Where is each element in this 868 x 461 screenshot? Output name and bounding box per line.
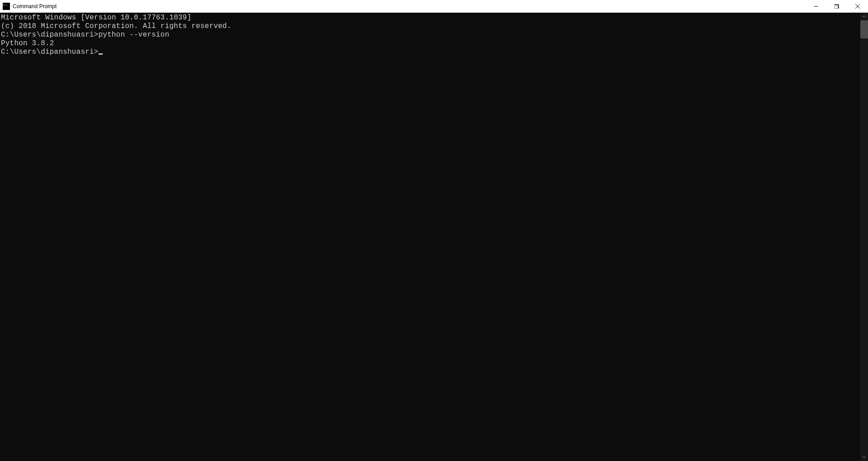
terminal-line: C:\Users\dipanshuasri>python --version <box>1 31 860 39</box>
chevron-up-icon <box>862 14 866 19</box>
svg-rect-3 <box>835 5 838 9</box>
scroll-down-button[interactable] <box>860 453 868 461</box>
terminal-line: Microsoft Windows [Version 10.0.17763.10… <box>1 14 860 22</box>
terminal-line: (c) 2018 Microsoft Corporation. All righ… <box>1 22 860 31</box>
prompt-path: C:\Users\dipanshuasri> <box>1 31 99 39</box>
scroll-up-button[interactable] <box>860 13 868 20</box>
minimize-icon <box>814 4 818 9</box>
prompt-path: C:\Users\dipanshuasri> <box>1 48 99 56</box>
cursor-icon <box>99 53 103 55</box>
command-text: python --version <box>99 31 170 39</box>
terminal-line: C:\Users\dipanshuasri> <box>1 48 860 56</box>
chevron-down-icon <box>862 455 866 459</box>
terminal-content[interactable]: Microsoft Windows [Version 10.0.17763.10… <box>0 13 860 461</box>
maximize-icon <box>835 4 839 9</box>
minimize-button[interactable] <box>806 0 826 13</box>
close-button[interactable] <box>847 0 868 13</box>
terminal-area[interactable]: Microsoft Windows [Version 10.0.17763.10… <box>0 13 868 461</box>
cmd-icon <box>3 3 10 10</box>
scroll-thumb[interactable] <box>860 20 868 38</box>
maximize-button[interactable] <box>826 0 847 13</box>
window-controls <box>806 0 868 13</box>
window-title: Command Prompt <box>13 3 806 9</box>
scroll-track[interactable] <box>860 20 868 453</box>
terminal-line: Python 3.8.2 <box>1 39 860 48</box>
close-icon <box>855 4 860 9</box>
vertical-scrollbar[interactable] <box>860 13 868 461</box>
window-titlebar: Command Prompt <box>0 0 868 13</box>
